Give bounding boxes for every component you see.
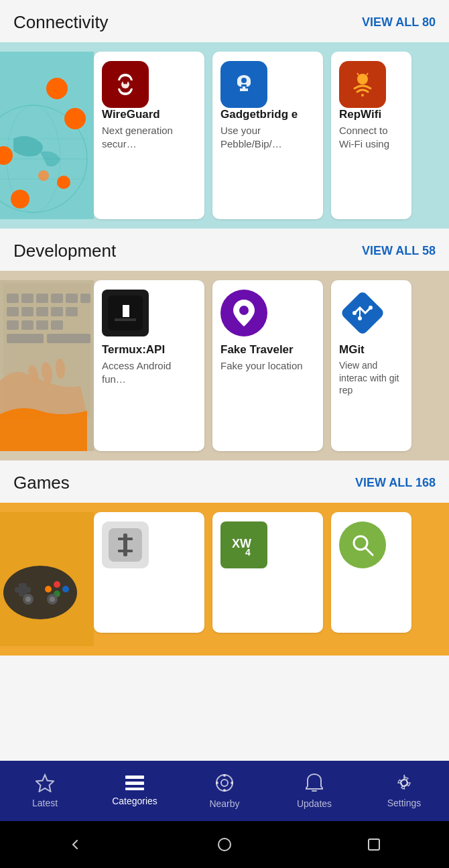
- main-content: Connectivity VIEW ALL 80: [0, 0, 449, 761]
- nav-categories[interactable]: Categories: [90, 761, 180, 821]
- svg-rect-72: [125, 776, 144, 779]
- svg-point-7: [0, 146, 13, 165]
- svg-rect-43: [123, 305, 129, 317]
- svg-point-9: [57, 176, 70, 189]
- system-nav-bar: [0, 821, 449, 868]
- svg-point-83: [218, 839, 231, 851]
- connectivity-cards: WireGuard Next generation secur… Gadgetb…: [94, 52, 411, 219]
- svg-point-77: [223, 774, 226, 777]
- svg-rect-25: [51, 294, 63, 303]
- game2-card[interactable]: XW 4: [212, 512, 323, 633]
- faketraveler-icon: [220, 290, 267, 336]
- svg-rect-32: [66, 307, 78, 316]
- svg-point-60: [25, 597, 31, 602]
- connectivity-strip: WireGuard Next generation secur… Gadgetb…: [0, 42, 449, 229]
- game2-icon: XW 4: [220, 521, 267, 568]
- svg-rect-84: [369, 839, 379, 850]
- svg-rect-64: [118, 538, 133, 540]
- termux-name: Termux:API: [102, 343, 165, 357]
- svg-point-54: [54, 581, 60, 588]
- svg-marker-71: [36, 775, 54, 792]
- mgit-desc: View and interac with git rep: [339, 359, 403, 396]
- development-cards: Termux:API Access Android fun… Fake Trav…: [94, 280, 411, 451]
- svg-text:4: 4: [245, 547, 251, 558]
- termux-card[interactable]: Termux:API Access Android fun…: [94, 280, 204, 451]
- svg-rect-44: [115, 318, 136, 321]
- updates-icon: [306, 773, 323, 796]
- svg-rect-15: [241, 84, 247, 86]
- game3-card[interactable]: [331, 512, 411, 633]
- games-header: Games VIEW ALL 168: [0, 460, 449, 503]
- gadgetbridge-desc: Use your Pebble/Bip/…: [220, 124, 315, 150]
- development-background: [0, 280, 94, 451]
- connectivity-header: Connectivity VIEW ALL 80: [0, 0, 449, 42]
- nav-nearby[interactable]: Nearby: [180, 761, 269, 821]
- development-view-all[interactable]: VIEW ALL 58: [362, 244, 436, 258]
- nav-updates[interactable]: Updates: [269, 761, 359, 821]
- svg-point-20: [361, 94, 364, 97]
- wireguard-card[interactable]: WireGuard Next generation secur…: [94, 52, 204, 219]
- svg-rect-22: [7, 294, 19, 303]
- games-cards: XW 4: [94, 512, 411, 646]
- settings-icon: [395, 773, 413, 795]
- svg-point-78: [216, 782, 218, 784]
- svg-rect-37: [7, 334, 44, 343]
- development-strip: Termux:API Access Android fun… Fake Trav…: [0, 271, 449, 460]
- svg-rect-30: [36, 307, 48, 316]
- svg-point-55: [62, 586, 69, 593]
- wireguard-name: WireGuard: [102, 108, 160, 121]
- repwifi-icon: [339, 61, 386, 108]
- nav-nearby-label: Nearby: [209, 798, 239, 809]
- svg-rect-35: [36, 320, 48, 330]
- nav-settings[interactable]: Settings: [359, 761, 449, 821]
- back-button[interactable]: [58, 828, 92, 861]
- wireguard-desc: Next generation secur…: [102, 124, 196, 150]
- svg-point-14: [241, 78, 247, 83]
- svg-point-8: [11, 190, 29, 208]
- faketraveler-desc: Fake your location: [220, 359, 303, 373]
- games-background: [0, 512, 94, 646]
- game1-icon: [102, 521, 149, 568]
- connectivity-bg-image: [0, 52, 94, 219]
- development-bg-image: [0, 280, 94, 451]
- connectivity-view-all[interactable]: VIEW ALL 80: [362, 15, 436, 29]
- termux-icon: [102, 290, 149, 336]
- svg-point-61: [50, 597, 55, 602]
- development-apps-row: Termux:API Access Android fun… Fake Trav…: [0, 271, 449, 460]
- svg-rect-63: [123, 534, 127, 556]
- mgit-card[interactable]: MGit View and interac with git rep: [331, 280, 411, 451]
- game1-card[interactable]: [94, 512, 204, 633]
- nav-latest-label: Latest: [32, 798, 58, 808]
- connectivity-apps-row: WireGuard Next generation secur… Gadgetb…: [0, 42, 449, 229]
- games-view-all[interactable]: VIEW ALL 168: [355, 476, 436, 490]
- recent-button[interactable]: [357, 828, 391, 861]
- svg-point-80: [223, 789, 226, 792]
- home-button[interactable]: [208, 828, 241, 861]
- connectivity-background: [0, 52, 94, 219]
- repwifi-name: RepWifi: [339, 108, 381, 121]
- faketraveler-card[interactable]: Fake Traveler Fake your location: [212, 280, 323, 451]
- bottom-nav: Latest Categories Nearby: [0, 761, 449, 821]
- faketraveler-name: Fake Traveler: [220, 343, 294, 357]
- svg-point-75: [216, 775, 233, 791]
- svg-rect-24: [36, 294, 48, 303]
- svg-rect-29: [21, 307, 34, 316]
- gadgetbridge-icon: [220, 61, 267, 108]
- svg-point-6: [64, 108, 86, 129]
- games-apps-row: XW 4: [0, 503, 449, 656]
- svg-point-17: [357, 74, 368, 84]
- svg-rect-28: [7, 307, 19, 316]
- nav-latest[interactable]: Latest: [0, 761, 90, 821]
- svg-rect-38: [47, 334, 90, 343]
- svg-point-51: [3, 566, 77, 619]
- repwifi-card[interactable]: RepWifi Connect to Wi-Fi using: [331, 52, 411, 219]
- svg-point-5: [46, 78, 68, 99]
- svg-rect-74: [125, 788, 144, 790]
- svg-rect-31: [51, 307, 63, 316]
- svg-point-76: [221, 780, 228, 786]
- svg-rect-33: [7, 320, 19, 330]
- svg-rect-46: [341, 292, 384, 334]
- termux-desc: Access Android fun…: [102, 359, 196, 385]
- svg-point-79: [231, 782, 233, 784]
- gadgetbridge-card[interactable]: Gadgetbridg e Use your Pebble/Bip/…: [212, 52, 323, 219]
